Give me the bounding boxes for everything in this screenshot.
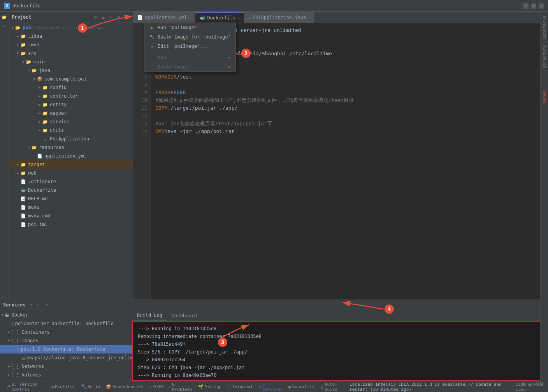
folder-icon: 📁 [42, 84, 48, 91]
tab-application-yml[interactable]: 📄 application.yml ✕ [133, 12, 195, 23]
tree-item-poi[interactable]: ▼ 📂 poi G:\JavaDemoProject\reTryDemo\poi [9, 23, 133, 32]
tree-item-mvnw[interactable]: ▶ 📄 mvnw [9, 203, 133, 212]
sidebar-project-icon[interactable]: 📁 [1, 14, 8, 21]
tree-item-service[interactable]: ▶ 📁 service [9, 117, 133, 126]
status-sonarlint[interactable]: ◉ SonarLint [286, 383, 318, 391]
maximize-btn[interactable]: □ [531, 3, 536, 9]
build-icon: 🔨 [149, 34, 155, 40]
chevron-down-icon: ▼ [21, 60, 26, 64]
status-problems[interactable]: ⚠ 6: Problems [166, 383, 195, 391]
tree-item-controller[interactable]: ▶ 📁 controller [9, 92, 133, 100]
bookmarks-strip[interactable]: Bookmarks [542, 16, 547, 39]
keyword-workdir: WORKDIR [155, 73, 177, 81]
tree-item-config[interactable]: ▶ 📁 config [9, 83, 133, 92]
services-header: Services ≡ ⊡ ＋ [0, 300, 548, 310]
status-terminal[interactable]: ⬛ Terminal [223, 383, 255, 391]
folder-icon: 📂 [26, 59, 32, 65]
svc-item-anapsix[interactable]: ▶ □ anapsix/alpine-java:8_server-jre_unl… [0, 354, 132, 362]
code-copy-value: ./target/poi.jar ./app/ [167, 104, 237, 112]
status-spring[interactable]: 🌱 Spring [196, 383, 223, 391]
status-label-build: Build [88, 384, 100, 389]
status-dependencies[interactable]: 📦 Dependencies [104, 383, 146, 391]
tab-close-dockerfile[interactable]: ✕ [237, 16, 240, 20]
services-tab-build-log[interactable]: Build Log [132, 311, 167, 320]
settings-icon[interactable]: ⚙ [116, 14, 122, 20]
tree-item-mvnwcmd[interactable]: ▶ 📄 mvnw.cmd [9, 212, 133, 220]
structure-strip[interactable]: Structure [542, 45, 547, 68]
tree-item-helpmd[interactable]: ▶ 📝 HELP.md [9, 194, 133, 203]
code-workdir-value: /test [177, 73, 192, 81]
tree-item-idea[interactable]: ▶ 📁 .idea [9, 32, 133, 40]
status-services[interactable]: ⚙ 8: Services [256, 383, 285, 391]
status-build[interactable]: 🔨 Build [79, 383, 103, 391]
tree-item-src[interactable]: ▼ 📂 src [9, 49, 133, 58]
code-line-12 [155, 112, 543, 120]
md-file-icon: 📝 [20, 196, 26, 202]
main-layout: 📁 ≡ Project ⊕ ≣ ⊡ ⚙ ─ ▼ 📂 poi G:\JavaDem… [0, 12, 548, 299]
services-title: Services [3, 302, 26, 308]
tree-item-resources[interactable]: ▼ 📂 resources [9, 143, 133, 152]
ctx-build-image-poiimage[interactable]: 🔨 Build Image for 'poiImage' [144, 32, 235, 42]
svc-item-networks[interactable]: ▶ ⋮⋮ Networks [0, 362, 132, 371]
tree-item-utils[interactable]: ▶ 📁 utils [9, 126, 133, 135]
tree-item-com-example-poi[interactable]: ▼ 📦 com.example.poi [9, 75, 133, 83]
collapse-icon[interactable]: ─ [123, 14, 130, 20]
tab-dockerfile[interactable]: 🐳 Dockerfile ✕ [195, 12, 244, 23]
tree-item-web[interactable]: ▶ 📁 web [9, 169, 133, 177]
tree-item-entity[interactable]: ▶ 📁 entity [9, 100, 133, 109]
svc-item-poicontainer[interactable]: ▶ ◎ poiContainer Dockerfile: Dockerfile [0, 319, 132, 328]
tab-close-poiapplication-java[interactable]: ✕ [308, 16, 310, 20]
log-line-3: ---> 78a815ac449f [138, 340, 543, 348]
sort-icon[interactable]: ≣ [100, 14, 106, 20]
tree-item-mapper[interactable]: ▶ 📁 mapper [9, 109, 133, 117]
code-line-13: #poi.jar包就会在根目录/test/app/poi.jar下 [155, 120, 543, 128]
tree-item-poiapplication[interactable]: ▶ ☕ PoiApplication [9, 135, 133, 143]
services-filter-icon[interactable]: ⊡ [36, 302, 42, 308]
profiler-icon: ◎ [51, 384, 54, 389]
rebel-strip[interactable]: Rebel [542, 90, 547, 103]
svc-item-volumes[interactable]: ▶ ⋮⋮ Volumes [0, 371, 132, 379]
status-version-control[interactable]: ⎇ 9: Version Control [3, 383, 48, 391]
status-profiler[interactable]: ◎ Profiler [49, 383, 78, 391]
ctx-run-poiimage[interactable]: ▶ Run 'poiImage' [144, 23, 235, 32]
tree-label-com-example-poi: com.example.poi [44, 76, 86, 82]
annotation-4: 4 [385, 304, 394, 314]
sidebar-structure-icon[interactable]: ≡ [1, 22, 8, 29]
tab-close-application-yml[interactable]: ✕ [189, 16, 191, 20]
tree-label-resources: resources [39, 145, 64, 150]
tree-item-mvn[interactable]: ▶ 📁 .mvn [9, 40, 133, 49]
svc-item-poi10[interactable]: ▶ □ poi:1.0 Dockerfile: Dockerfile [0, 345, 132, 354]
tab-poiapplication-java[interactable]: ☕ PoiApplication.java ✕ [244, 12, 315, 23]
minimize-btn[interactable]: ─ [523, 3, 529, 9]
services-add-icon[interactable]: ＋ [44, 302, 50, 308]
chevron-down-icon: ▼ [16, 51, 20, 56]
add-icon[interactable]: ⊕ [92, 14, 98, 20]
tree-item-target[interactable]: ▶ 📁 target [9, 160, 133, 169]
title-text: Dockerfile [12, 3, 40, 9]
tree-item-poiiml[interactable]: ▶ 📄 poi.iml [9, 220, 133, 229]
folder-icon: 📁 [42, 102, 48, 108]
svc-item-containers[interactable]: ▶ ⋮⋮ Containers [0, 328, 132, 336]
svc-item-images[interactable]: ▼ ⋮⋮ Images [0, 336, 132, 345]
svc-item-docker[interactable]: ▼ 🐳 Docker [0, 311, 132, 319]
tree-item-java[interactable]: ▼ 📂 java [9, 66, 133, 75]
code-line-9: EXPOSE 8088 [155, 89, 543, 96]
chevron-right-icon: ▶ [37, 111, 42, 116]
tree-item-gitignore[interactable]: ▶ 📄 .gitignore [9, 177, 133, 186]
tree-label-main: main [33, 59, 45, 65]
tree-item-main[interactable]: ▼ 📂 main [9, 58, 133, 66]
tree-label-mvnwcmd: mvnw.cmd [28, 213, 51, 219]
filter-icon[interactable]: ⊡ [108, 14, 114, 20]
services-collapse-icon[interactable]: ≡ [28, 302, 34, 308]
context-menu: ▶ Run 'poiImage' 🔨 Build Image for 'poiI… [144, 23, 236, 72]
ctx-edit-poiimage[interactable]: ✏ Edit 'poiImage'... [144, 42, 235, 51]
editor-tab-bar: 📄 application.yml ✕ 🐳 Dockerfile ✕ ☕ Poi… [133, 12, 548, 23]
sonarlint-icon: ◉ [288, 384, 291, 389]
tree-item-application-yml[interactable]: ▶ 📄 application.yml [9, 152, 133, 160]
tree-item-dockerfile[interactable]: ▶ 🐳 Dockerfile [9, 186, 133, 194]
status-auto-build[interactable]: △ Auto-build [318, 383, 346, 391]
services-tab-dashboard[interactable]: Dashboard [167, 311, 202, 320]
close-btn[interactable]: ✕ [539, 3, 544, 9]
svc-label-docker: Docker [11, 312, 28, 318]
status-todo[interactable]: ☑ TODO [146, 383, 165, 391]
